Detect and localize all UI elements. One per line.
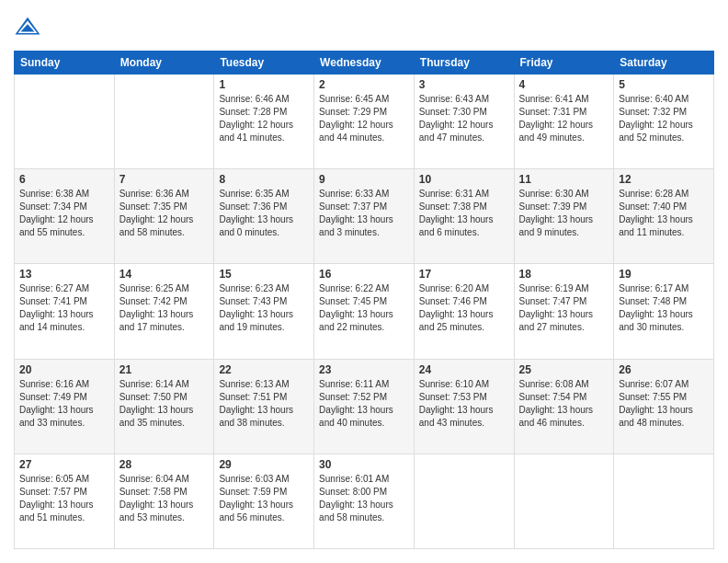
- day-info: Sunrise: 6:13 AM Sunset: 7:51 PM Dayligh…: [219, 378, 309, 430]
- logo: [14, 14, 45, 41]
- day-cell: 26Sunrise: 6:07 AM Sunset: 7:55 PM Dayli…: [614, 359, 714, 454]
- day-cell: 22Sunrise: 6:13 AM Sunset: 7:51 PM Dayli…: [214, 359, 314, 454]
- day-cell: 8Sunrise: 6:35 AM Sunset: 7:36 PM Daylig…: [214, 169, 314, 264]
- weekday-header-sunday: Sunday: [15, 52, 115, 75]
- day-info: Sunrise: 6:31 AM Sunset: 7:38 PM Dayligh…: [419, 188, 509, 239]
- day-info: Sunrise: 6:03 AM Sunset: 7:59 PM Dayligh…: [219, 473, 309, 524]
- weekday-header-tuesday: Tuesday: [214, 52, 314, 75]
- day-number: 24: [419, 363, 509, 376]
- day-info: Sunrise: 6:20 AM Sunset: 7:46 PM Dayligh…: [419, 282, 509, 334]
- day-number: 11: [519, 173, 609, 186]
- day-number: 18: [519, 268, 609, 281]
- day-number: 27: [19, 458, 109, 471]
- weekday-header-row: SundayMondayTuesdayWednesdayThursdayFrid…: [15, 52, 714, 75]
- day-info: Sunrise: 6:08 AM Sunset: 7:54 PM Dayligh…: [519, 378, 609, 430]
- day-info: Sunrise: 6:19 AM Sunset: 7:47 PM Dayligh…: [519, 282, 609, 334]
- day-cell: 3Sunrise: 6:43 AM Sunset: 7:30 PM Daylig…: [414, 75, 514, 169]
- weekday-header-wednesday: Wednesday: [314, 52, 415, 75]
- weekday-header-friday: Friday: [514, 52, 614, 75]
- day-number: 4: [519, 78, 609, 91]
- day-cell: 6Sunrise: 6:38 AM Sunset: 7:34 PM Daylig…: [15, 169, 115, 264]
- day-cell: 11Sunrise: 6:30 AM Sunset: 7:39 PM Dayli…: [514, 169, 614, 264]
- day-info: Sunrise: 6:45 AM Sunset: 7:29 PM Dayligh…: [319, 93, 409, 144]
- day-cell: 2Sunrise: 6:45 AM Sunset: 7:29 PM Daylig…: [314, 75, 415, 169]
- day-info: Sunrise: 6:30 AM Sunset: 7:39 PM Dayligh…: [519, 188, 609, 239]
- day-info: Sunrise: 6:43 AM Sunset: 7:30 PM Dayligh…: [419, 93, 509, 144]
- day-cell: 21Sunrise: 6:14 AM Sunset: 7:50 PM Dayli…: [114, 359, 214, 454]
- day-cell: 5Sunrise: 6:40 AM Sunset: 7:32 PM Daylig…: [614, 75, 714, 169]
- week-row-5: 27Sunrise: 6:05 AM Sunset: 7:57 PM Dayli…: [15, 454, 714, 548]
- day-info: Sunrise: 6:05 AM Sunset: 7:57 PM Dayligh…: [19, 473, 109, 524]
- day-cell: 25Sunrise: 6:08 AM Sunset: 7:54 PM Dayli…: [514, 359, 614, 454]
- day-number: 17: [419, 268, 509, 281]
- week-row-3: 13Sunrise: 6:27 AM Sunset: 7:41 PM Dayli…: [15, 264, 714, 359]
- header: [14, 14, 714, 41]
- day-cell: 12Sunrise: 6:28 AM Sunset: 7:40 PM Dayli…: [614, 169, 714, 264]
- weekday-header-saturday: Saturday: [614, 52, 714, 75]
- day-number: 14: [119, 268, 210, 281]
- day-number: 25: [519, 363, 609, 376]
- day-cell: 14Sunrise: 6:25 AM Sunset: 7:42 PM Dayli…: [114, 264, 214, 359]
- day-info: Sunrise: 6:04 AM Sunset: 7:58 PM Dayligh…: [119, 473, 210, 524]
- day-number: 30: [319, 458, 409, 471]
- week-row-2: 6Sunrise: 6:38 AM Sunset: 7:34 PM Daylig…: [15, 169, 714, 264]
- day-number: 26: [619, 363, 709, 376]
- day-info: Sunrise: 6:33 AM Sunset: 7:37 PM Dayligh…: [319, 188, 409, 239]
- day-cell: 16Sunrise: 6:22 AM Sunset: 7:45 PM Dayli…: [314, 264, 415, 359]
- day-number: 8: [219, 173, 309, 186]
- day-info: Sunrise: 6:27 AM Sunset: 7:41 PM Dayligh…: [19, 282, 109, 334]
- day-cell: 29Sunrise: 6:03 AM Sunset: 7:59 PM Dayli…: [214, 454, 314, 548]
- week-row-1: 1Sunrise: 6:46 AM Sunset: 7:28 PM Daylig…: [15, 75, 714, 169]
- day-cell: [414, 454, 514, 548]
- day-cell: 30Sunrise: 6:01 AM Sunset: 8:00 PM Dayli…: [314, 454, 415, 548]
- day-number: 6: [19, 173, 109, 186]
- day-number: 3: [419, 78, 509, 91]
- day-info: Sunrise: 6:36 AM Sunset: 7:35 PM Dayligh…: [119, 188, 210, 239]
- day-info: Sunrise: 6:17 AM Sunset: 7:48 PM Dayligh…: [619, 282, 709, 334]
- day-number: 5: [619, 78, 709, 91]
- day-cell: 9Sunrise: 6:33 AM Sunset: 7:37 PM Daylig…: [314, 169, 415, 264]
- day-cell: 7Sunrise: 6:36 AM Sunset: 7:35 PM Daylig…: [114, 169, 214, 264]
- day-info: Sunrise: 6:46 AM Sunset: 7:28 PM Dayligh…: [219, 93, 309, 144]
- weekday-header-monday: Monday: [114, 52, 214, 75]
- day-number: 16: [319, 268, 409, 281]
- day-info: Sunrise: 6:28 AM Sunset: 7:40 PM Dayligh…: [619, 188, 709, 239]
- day-cell: 17Sunrise: 6:20 AM Sunset: 7:46 PM Dayli…: [414, 264, 514, 359]
- day-cell: 20Sunrise: 6:16 AM Sunset: 7:49 PM Dayli…: [15, 359, 115, 454]
- day-cell: 4Sunrise: 6:41 AM Sunset: 7:31 PM Daylig…: [514, 75, 614, 169]
- day-info: Sunrise: 6:40 AM Sunset: 7:32 PM Dayligh…: [619, 93, 709, 144]
- day-info: Sunrise: 6:22 AM Sunset: 7:45 PM Dayligh…: [319, 282, 409, 334]
- day-number: 19: [619, 268, 709, 281]
- day-cell: [514, 454, 614, 548]
- day-info: Sunrise: 6:38 AM Sunset: 7:34 PM Dayligh…: [19, 188, 109, 239]
- week-row-4: 20Sunrise: 6:16 AM Sunset: 7:49 PM Dayli…: [15, 359, 714, 454]
- day-info: Sunrise: 6:23 AM Sunset: 7:43 PM Dayligh…: [219, 282, 309, 334]
- day-cell: 19Sunrise: 6:17 AM Sunset: 7:48 PM Dayli…: [614, 264, 714, 359]
- day-info: Sunrise: 6:07 AM Sunset: 7:55 PM Dayligh…: [619, 378, 709, 430]
- day-cell: 23Sunrise: 6:11 AM Sunset: 7:52 PM Dayli…: [314, 359, 415, 454]
- day-number: 12: [619, 173, 709, 186]
- day-number: 23: [319, 363, 409, 376]
- page: SundayMondayTuesdayWednesdayThursdayFrid…: [0, 0, 728, 563]
- day-info: Sunrise: 6:14 AM Sunset: 7:50 PM Dayligh…: [119, 378, 210, 430]
- day-info: Sunrise: 6:35 AM Sunset: 7:36 PM Dayligh…: [219, 188, 309, 239]
- day-cell: 10Sunrise: 6:31 AM Sunset: 7:38 PM Dayli…: [414, 169, 514, 264]
- day-number: 21: [119, 363, 210, 376]
- day-cell: [15, 75, 115, 169]
- day-cell: 18Sunrise: 6:19 AM Sunset: 7:47 PM Dayli…: [514, 264, 614, 359]
- day-cell: 28Sunrise: 6:04 AM Sunset: 7:58 PM Dayli…: [114, 454, 214, 548]
- day-info: Sunrise: 6:41 AM Sunset: 7:31 PM Dayligh…: [519, 93, 609, 144]
- day-cell: [114, 75, 214, 169]
- day-number: 20: [19, 363, 109, 376]
- day-info: Sunrise: 6:11 AM Sunset: 7:52 PM Dayligh…: [319, 378, 409, 430]
- day-number: 7: [119, 173, 210, 186]
- day-number: 28: [119, 458, 210, 471]
- day-number: 13: [19, 268, 109, 281]
- day-number: 1: [219, 78, 309, 91]
- calendar-table: SundayMondayTuesdayWednesdayThursdayFrid…: [14, 51, 714, 549]
- day-info: Sunrise: 6:01 AM Sunset: 8:00 PM Dayligh…: [319, 473, 409, 524]
- day-cell: 1Sunrise: 6:46 AM Sunset: 7:28 PM Daylig…: [214, 75, 314, 169]
- day-number: 22: [219, 363, 309, 376]
- weekday-header-thursday: Thursday: [414, 52, 514, 75]
- day-number: 15: [219, 268, 309, 281]
